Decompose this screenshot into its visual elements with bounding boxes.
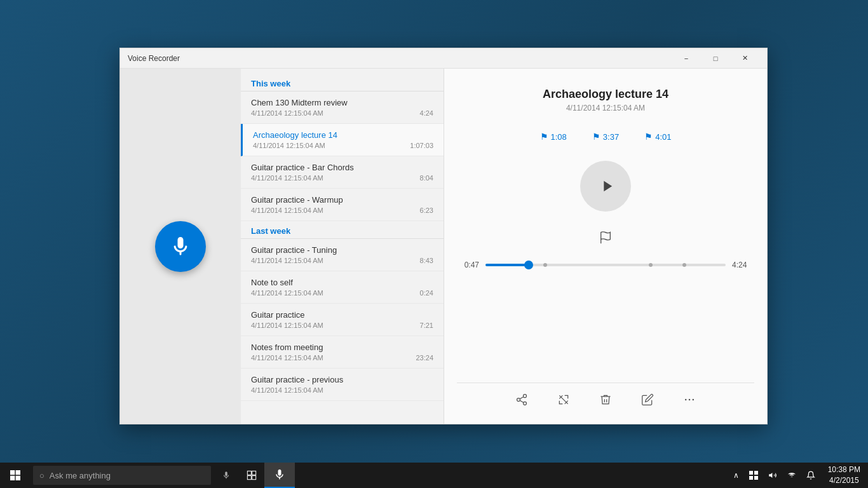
svg-point-3 <box>524 402 527 405</box>
add-marker-area <box>599 231 613 248</box>
recording-name: Note to self <box>251 278 433 287</box>
player-date: 4/11/2014 12:15:04 AM <box>566 104 645 112</box>
progress-filled <box>485 264 529 266</box>
progress-bar[interactable] <box>485 264 726 266</box>
share-button[interactable] <box>510 388 533 411</box>
svg-rect-16 <box>749 471 753 475</box>
taskbar-action-center[interactable] <box>801 463 820 488</box>
recording-item-chem130[interactable]: Chem 130 Midterm review 4/11/2014 12:15:… <box>241 92 444 124</box>
player-panel: Archaeology lecture 14 4/11/2014 12:15:0… <box>444 69 767 424</box>
taskbar-microphone-icon <box>222 471 231 480</box>
recording-date: 4/11/2014 12:15:04 AM <box>251 109 323 117</box>
desktop: Voice Recorder − □ ✕ This week Ch <box>0 0 868 488</box>
marker-dot-1 <box>543 263 547 267</box>
search-bar[interactable]: ○ Ask me anything <box>33 466 211 485</box>
recording-duration: 8:43 <box>420 257 433 264</box>
recording-duration: 7:21 <box>420 322 433 329</box>
taskbar: ○ Ask me anything ∧ <box>0 463 868 488</box>
recording-item-notes-meeting[interactable]: Notes from meeting 4/11/2014 12:15:04 AM… <box>241 336 444 369</box>
recording-date: 4/11/2014 12:15:04 AM <box>251 322 323 329</box>
recording-name: Guitar practice - Tuning <box>251 245 433 255</box>
recording-duration: 23:24 <box>416 354 433 362</box>
recording-item-guitar-warmup[interactable]: Guitar practice - Warmup 4/11/2014 12:15… <box>241 189 444 221</box>
taskbar-mic-button[interactable] <box>214 463 239 488</box>
app-body: This week Chem 130 Midterm review 4/11/2… <box>120 69 767 424</box>
svg-rect-14 <box>247 476 251 480</box>
recording-duration: 6:23 <box>420 207 433 214</box>
marker-dot-3 <box>682 263 686 267</box>
recording-meta: 4/11/2014 12:15:04 AM 6:23 <box>251 207 433 214</box>
recording-meta: 4/11/2014 12:15:04 AM 0:24 <box>251 289 433 297</box>
sidebar-left <box>120 69 241 424</box>
recording-meta: 4/11/2014 12:15:04 AM 4:24 <box>251 109 433 117</box>
record-button[interactable] <box>155 221 206 272</box>
recording-date: 4/11/2014 12:15:04 AM <box>251 257 323 264</box>
recording-date: 4/11/2014 12:15:04 AM <box>251 289 323 297</box>
play-button[interactable] <box>580 161 631 212</box>
recording-item-archaeology[interactable]: Archaeology lecture 14 4/11/2014 12:15:0… <box>241 124 444 156</box>
taskbar-network[interactable] <box>782 463 801 488</box>
svg-line-4 <box>520 400 524 402</box>
taskbar-volume[interactable] <box>763 463 782 488</box>
svg-rect-12 <box>247 471 251 475</box>
total-time: 4:24 <box>732 261 754 269</box>
marker-dot-2 <box>649 263 653 267</box>
search-placeholder: Ask me anything <box>50 471 111 480</box>
add-marker-button[interactable] <box>599 231 613 248</box>
marker-2[interactable]: ⚑ 3:37 <box>592 132 619 142</box>
taskbar-clock[interactable]: 10:38 PM 4/2/2015 <box>820 463 868 488</box>
task-view-button[interactable] <box>239 463 264 488</box>
clock-time: 10:38 PM <box>828 464 860 475</box>
taskbar-windows-icon[interactable] <box>744 463 763 488</box>
recording-duration: 1:07:03 <box>410 142 433 149</box>
recording-item-guitar-bar[interactable]: Guitar practice - Bar Chords 4/11/2014 1… <box>241 156 444 189</box>
marker-1[interactable]: ⚑ 1:08 <box>540 132 567 142</box>
svg-marker-20 <box>769 473 772 478</box>
app-title: Voice Recorder <box>128 54 672 63</box>
player-toolbar <box>457 383 754 411</box>
start-button[interactable] <box>0 463 31 488</box>
close-button[interactable]: ✕ <box>730 48 759 69</box>
recording-item-guitar-practice[interactable]: Guitar practice 4/11/2014 12:15:04 AM 7:… <box>241 304 444 336</box>
recording-meta: 4/11/2014 12:15:04 AM 8:43 <box>251 257 433 264</box>
minimize-button[interactable]: − <box>672 48 701 69</box>
flag-icon-2: ⚑ <box>592 132 600 142</box>
recording-item-guitar-previous[interactable]: Guitar practice - previous 4/11/2014 12:… <box>241 369 444 401</box>
rename-icon <box>641 393 654 406</box>
marker-3[interactable]: ⚑ 4:01 <box>644 132 671 142</box>
title-bar: Voice Recorder − □ ✕ <box>120 48 767 69</box>
marker-time-1: 1:08 <box>551 132 567 142</box>
taskbar-chevron[interactable]: ∧ <box>728 463 744 488</box>
taskbar-right: ∧ <box>728 463 868 488</box>
marker-time-2: 3:37 <box>603 132 619 142</box>
recording-name: Archaeology lecture 14 <box>253 130 433 140</box>
recording-meta: 4/11/2014 12:15:04 AM 7:21 <box>251 322 433 329</box>
svg-line-5 <box>520 396 524 398</box>
recording-name: Guitar practice - Bar Chords <box>251 163 433 172</box>
recording-duration: 8:04 <box>420 174 433 182</box>
maximize-button[interactable]: □ <box>701 48 730 69</box>
marker-time-3: 4:01 <box>655 132 671 142</box>
progress-thumb[interactable] <box>524 261 533 269</box>
windows-icon <box>10 470 20 480</box>
notification-icon <box>749 471 758 480</box>
player-title: Archaeology lecture 14 <box>543 88 668 101</box>
recording-item-note-to-self[interactable]: Note to self 4/11/2014 12:15:04 AM 0:24 <box>241 271 444 304</box>
flag-icon-3: ⚑ <box>644 132 653 142</box>
trim-button[interactable] <box>552 388 575 411</box>
recording-date: 4/11/2014 12:15:04 AM <box>253 142 325 149</box>
delete-button[interactable] <box>594 388 617 411</box>
clock-date: 4/2/2015 <box>829 475 859 486</box>
app-window: Voice Recorder − □ ✕ This week Ch <box>119 48 768 424</box>
more-button[interactable] <box>678 388 701 411</box>
current-time: 0:47 <box>457 261 479 269</box>
svg-line-6 <box>559 395 567 403</box>
recording-item-guitar-tuning[interactable]: Guitar practice - Tuning 4/11/2014 12:15… <box>241 239 444 271</box>
svg-point-11 <box>693 399 695 401</box>
more-icon <box>683 393 696 406</box>
taskbar-voice-recorder[interactable] <box>264 463 295 488</box>
recording-duration: 0:24 <box>420 289 433 297</box>
rename-button[interactable] <box>636 388 659 411</box>
share-icon <box>515 393 528 406</box>
search-circle-icon: ○ <box>39 471 44 480</box>
